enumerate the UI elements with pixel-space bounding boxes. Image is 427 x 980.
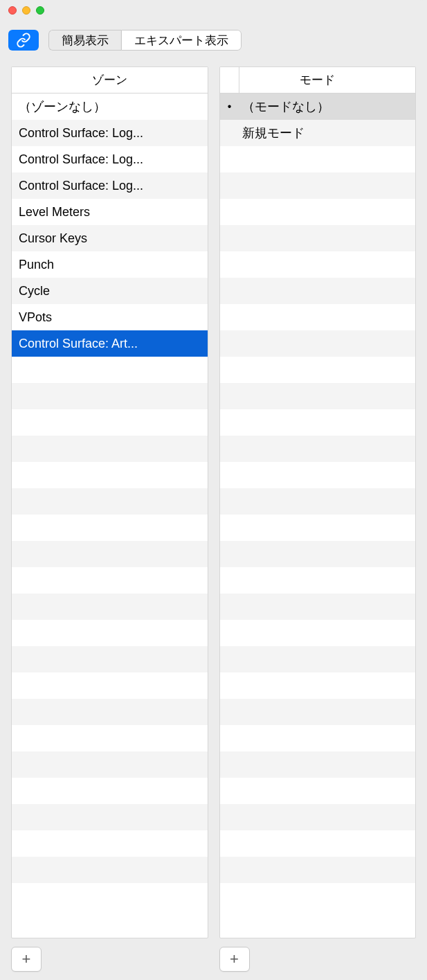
empty-row xyxy=(220,383,416,409)
toolbar: 簡易表示 エキスパート表示 xyxy=(0,21,427,60)
empty-row xyxy=(220,594,416,620)
empty-row xyxy=(12,515,208,541)
empty-row xyxy=(220,725,416,751)
empty-row xyxy=(220,330,416,357)
empty-row xyxy=(12,725,208,751)
empty-row xyxy=(12,672,208,699)
zone-list[interactable]: （ゾーンなし）Control Surface: Log...Control Su… xyxy=(12,93,208,938)
mode-list-item[interactable]: •（モードなし） xyxy=(220,93,416,120)
view-segmented-control: 簡易表示 エキスパート表示 xyxy=(48,30,242,51)
empty-row xyxy=(12,567,208,594)
empty-row xyxy=(220,409,416,436)
empty-row xyxy=(12,488,208,515)
titlebar xyxy=(0,0,427,21)
zone-list-item[interactable]: Control Surface: Log... xyxy=(12,120,208,146)
add-zone-button[interactable]: + xyxy=(11,947,42,972)
empty-row xyxy=(12,541,208,567)
zone-pane: ゾーン （ゾーンなし）Control Surface: Log...Contro… xyxy=(11,66,208,938)
empty-row xyxy=(12,699,208,725)
zone-list-item[interactable]: Cycle xyxy=(12,278,208,304)
minimize-window-button[interactable] xyxy=(22,6,30,15)
add-mode-button[interactable]: + xyxy=(219,947,250,972)
link-icon xyxy=(16,33,31,48)
empty-row xyxy=(220,251,416,278)
link-button[interactable] xyxy=(8,30,39,51)
empty-row xyxy=(220,488,416,515)
empty-row xyxy=(220,436,416,462)
empty-row xyxy=(220,541,416,567)
empty-row xyxy=(12,383,208,409)
mode-column-header[interactable]: モード xyxy=(220,67,416,93)
bottom-bar: + + xyxy=(0,938,427,980)
empty-row xyxy=(12,594,208,620)
zone-list-item[interactable]: Cursor Keys xyxy=(12,225,208,251)
simple-view-tab[interactable]: 簡易表示 xyxy=(48,30,121,51)
mode-list[interactable]: •（モードなし）新規モード xyxy=(220,93,416,938)
empty-row xyxy=(220,225,416,251)
window: 簡易表示 エキスパート表示 ゾーン （ゾーンなし）Control Surface… xyxy=(0,0,427,980)
mode-bullet-column-header xyxy=(220,67,239,93)
empty-row xyxy=(12,357,208,383)
empty-row xyxy=(220,304,416,330)
plus-icon: + xyxy=(230,950,239,968)
empty-row xyxy=(12,462,208,488)
zoom-window-button[interactable] xyxy=(36,6,44,15)
bullet-icon: • xyxy=(220,100,239,113)
empty-row xyxy=(220,199,416,225)
empty-row xyxy=(12,830,208,857)
empty-row xyxy=(12,751,208,778)
content-area: ゾーン （ゾーンなし）Control Surface: Log...Contro… xyxy=(0,60,427,938)
zone-list-item[interactable]: Control Surface: Art... xyxy=(12,330,208,357)
mode-item-label: （モードなし） xyxy=(239,98,416,115)
empty-row xyxy=(220,278,416,304)
empty-row xyxy=(220,567,416,594)
empty-row xyxy=(12,646,208,672)
empty-row xyxy=(220,857,416,883)
empty-row xyxy=(220,830,416,857)
empty-row xyxy=(12,778,208,804)
zone-list-item[interactable]: Control Surface: Log... xyxy=(12,172,208,199)
zone-list-item[interactable]: VPots xyxy=(12,304,208,330)
empty-row xyxy=(220,515,416,541)
zone-list-item[interactable]: Punch xyxy=(12,251,208,278)
empty-row xyxy=(220,146,416,172)
zone-list-item[interactable]: （ゾーンなし） xyxy=(12,93,208,120)
empty-row xyxy=(220,778,416,804)
zone-bottom-slot: + xyxy=(11,947,208,972)
empty-row xyxy=(220,646,416,672)
empty-row xyxy=(220,462,416,488)
mode-list-item[interactable]: 新規モード xyxy=(220,120,416,146)
expert-view-tab[interactable]: エキスパート表示 xyxy=(121,30,242,51)
empty-row xyxy=(12,436,208,462)
mode-header-label: モード xyxy=(300,72,335,88)
empty-row xyxy=(220,699,416,725)
mode-item-label: 新規モード xyxy=(239,125,416,141)
empty-row xyxy=(220,172,416,199)
empty-row xyxy=(220,620,416,646)
plus-icon: + xyxy=(22,950,31,968)
zone-column-header[interactable]: ゾーン xyxy=(12,67,208,93)
empty-row xyxy=(220,357,416,383)
close-window-button[interactable] xyxy=(8,6,17,15)
empty-row xyxy=(12,409,208,436)
empty-row xyxy=(220,804,416,830)
empty-row xyxy=(12,857,208,883)
zone-list-item[interactable]: Control Surface: Log... xyxy=(12,146,208,172)
mode-pane: モード •（モードなし）新規モード xyxy=(219,66,417,938)
zone-header-label: ゾーン xyxy=(92,72,127,88)
empty-row xyxy=(220,672,416,699)
empty-row xyxy=(12,620,208,646)
empty-row xyxy=(220,751,416,778)
mode-bottom-slot: + xyxy=(219,947,417,972)
empty-row xyxy=(12,804,208,830)
zone-list-item[interactable]: Level Meters xyxy=(12,199,208,225)
